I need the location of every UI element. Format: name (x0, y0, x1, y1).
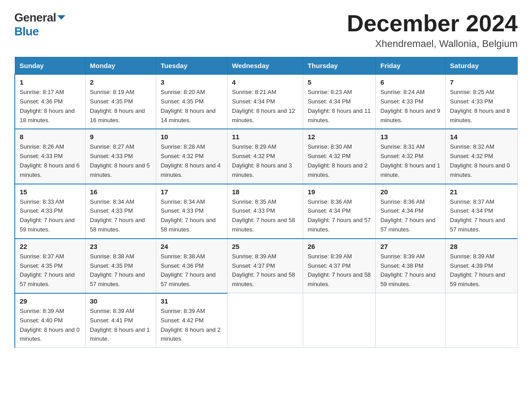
day-info: Sunrise: 8:26 AMSunset: 4:33 PMDaylight:… (20, 142, 81, 180)
header-cell-thursday: Thursday (303, 57, 375, 75)
calendar-cell: 23Sunrise: 8:38 AMSunset: 4:35 PMDayligh… (85, 239, 156, 293)
day-number: 10 (161, 133, 223, 141)
calendar-cell: 31Sunrise: 8:39 AMSunset: 4:42 PMDayligh… (156, 293, 227, 348)
title-section: December 2024 Xhendremael, Wallonia, Bel… (347, 11, 518, 50)
day-number: 22 (20, 243, 81, 250)
page-header: General Blue December 2024 Xhendremael, … (14, 11, 518, 50)
day-info: Sunrise: 8:39 AMSunset: 4:39 PMDaylight:… (450, 252, 513, 289)
day-info: Sunrise: 8:33 AMSunset: 4:33 PMDaylight:… (20, 197, 81, 235)
calendar-header: SundayMondayTuesdayWednesdayThursdayFrid… (15, 57, 518, 75)
calendar-cell: 3Sunrise: 8:20 AMSunset: 4:35 PMDaylight… (156, 74, 227, 129)
day-info: Sunrise: 8:32 AMSunset: 4:32 PMDaylight:… (450, 142, 513, 180)
day-info: Sunrise: 8:17 AMSunset: 4:36 PMDaylight:… (20, 88, 81, 125)
day-number: 18 (232, 188, 298, 196)
calendar-table: SundayMondayTuesdayWednesdayThursdayFrid… (14, 57, 518, 348)
day-info: Sunrise: 8:35 AMSunset: 4:33 PMDaylight:… (232, 197, 298, 235)
day-number: 1 (20, 78, 81, 86)
day-number: 28 (450, 243, 513, 250)
day-info: Sunrise: 8:31 AMSunset: 4:32 PMDaylight:… (380, 142, 440, 180)
calendar-cell: 29Sunrise: 8:39 AMSunset: 4:40 PMDayligh… (15, 293, 85, 348)
calendar-cell: 30Sunrise: 8:39 AMSunset: 4:41 PMDayligh… (85, 293, 156, 348)
day-number: 11 (232, 133, 298, 141)
calendar-cell (303, 293, 375, 348)
day-number: 7 (450, 78, 513, 86)
day-number: 29 (20, 297, 81, 305)
day-info: Sunrise: 8:25 AMSunset: 4:33 PMDaylight:… (450, 88, 513, 125)
day-number: 23 (90, 243, 151, 250)
day-info: Sunrise: 8:34 AMSunset: 4:33 PMDaylight:… (161, 197, 223, 235)
day-info: Sunrise: 8:39 AMSunset: 4:42 PMDaylight:… (161, 307, 223, 344)
day-info: Sunrise: 8:20 AMSunset: 4:35 PMDaylight:… (161, 88, 223, 125)
svg-marker-0 (57, 15, 65, 20)
header-cell-monday: Monday (85, 57, 156, 75)
calendar-cell: 13Sunrise: 8:31 AMSunset: 4:32 PMDayligh… (376, 129, 445, 184)
calendar-cell: 15Sunrise: 8:33 AMSunset: 4:33 PMDayligh… (15, 184, 85, 239)
calendar-cell: 11Sunrise: 8:29 AMSunset: 4:32 PMDayligh… (227, 129, 303, 184)
calendar-week-4: 22Sunrise: 8:37 AMSunset: 4:35 PMDayligh… (15, 239, 518, 293)
day-number: 21 (450, 188, 513, 196)
calendar-cell: 6Sunrise: 8:24 AMSunset: 4:33 PMDaylight… (376, 74, 445, 129)
calendar-cell: 16Sunrise: 8:34 AMSunset: 4:33 PMDayligh… (85, 184, 156, 239)
day-number: 12 (308, 133, 371, 141)
calendar-week-1: 1Sunrise: 8:17 AMSunset: 4:36 PMDaylight… (15, 74, 518, 129)
calendar-cell: 4Sunrise: 8:21 AMSunset: 4:34 PMDaylight… (227, 74, 303, 129)
calendar-cell: 8Sunrise: 8:26 AMSunset: 4:33 PMDaylight… (15, 129, 85, 184)
logo: General Blue (14, 11, 65, 39)
header-row: SundayMondayTuesdayWednesdayThursdayFrid… (15, 57, 518, 75)
calendar-cell: 1Sunrise: 8:17 AMSunset: 4:36 PMDaylight… (15, 74, 85, 129)
day-info: Sunrise: 8:38 AMSunset: 4:36 PMDaylight:… (161, 252, 223, 289)
header-cell-tuesday: Tuesday (156, 57, 227, 75)
day-number: 17 (161, 188, 223, 196)
calendar-cell (445, 293, 517, 348)
calendar-cell (227, 293, 303, 348)
day-number: 14 (450, 133, 513, 141)
day-number: 3 (161, 78, 223, 86)
month-title: December 2024 (347, 11, 518, 36)
calendar-cell: 9Sunrise: 8:27 AMSunset: 4:33 PMDaylight… (85, 129, 156, 184)
day-info: Sunrise: 8:39 AMSunset: 4:37 PMDaylight:… (232, 252, 298, 289)
day-info: Sunrise: 8:39 AMSunset: 4:40 PMDaylight:… (20, 307, 81, 344)
day-number: 5 (308, 78, 371, 86)
day-number: 25 (232, 243, 298, 250)
day-number: 4 (232, 78, 298, 86)
day-info: Sunrise: 8:39 AMSunset: 4:41 PMDaylight:… (90, 307, 151, 344)
day-info: Sunrise: 8:24 AMSunset: 4:33 PMDaylight:… (380, 88, 440, 125)
calendar-cell: 18Sunrise: 8:35 AMSunset: 4:33 PMDayligh… (227, 184, 303, 239)
calendar-cell: 10Sunrise: 8:28 AMSunset: 4:32 PMDayligh… (156, 129, 227, 184)
day-number: 9 (90, 133, 151, 141)
day-number: 8 (20, 133, 81, 141)
day-number: 26 (308, 243, 371, 250)
calendar-cell: 19Sunrise: 8:36 AMSunset: 4:34 PMDayligh… (303, 184, 375, 239)
day-number: 16 (90, 188, 151, 196)
day-number: 6 (380, 78, 440, 86)
header-cell-saturday: Saturday (445, 57, 517, 75)
calendar-body: 1Sunrise: 8:17 AMSunset: 4:36 PMDaylight… (15, 74, 518, 347)
day-info: Sunrise: 8:38 AMSunset: 4:35 PMDaylight:… (90, 252, 151, 289)
calendar-week-5: 29Sunrise: 8:39 AMSunset: 4:40 PMDayligh… (15, 293, 518, 348)
day-number: 30 (90, 297, 151, 305)
calendar-cell: 2Sunrise: 8:19 AMSunset: 4:35 PMDaylight… (85, 74, 156, 129)
day-number: 15 (20, 188, 81, 196)
day-info: Sunrise: 8:37 AMSunset: 4:35 PMDaylight:… (20, 252, 81, 289)
calendar-cell: 22Sunrise: 8:37 AMSunset: 4:35 PMDayligh… (15, 239, 85, 293)
calendar-cell (376, 293, 445, 348)
day-info: Sunrise: 8:28 AMSunset: 4:32 PMDaylight:… (161, 142, 223, 180)
day-number: 2 (90, 78, 151, 86)
calendar-cell: 24Sunrise: 8:38 AMSunset: 4:36 PMDayligh… (156, 239, 227, 293)
calendar-cell: 5Sunrise: 8:23 AMSunset: 4:34 PMDaylight… (303, 74, 375, 129)
day-number: 24 (161, 243, 223, 250)
calendar-cell: 26Sunrise: 8:39 AMSunset: 4:37 PMDayligh… (303, 239, 375, 293)
calendar-cell: 21Sunrise: 8:37 AMSunset: 4:34 PMDayligh… (445, 184, 517, 239)
day-number: 31 (161, 297, 223, 305)
day-info: Sunrise: 8:39 AMSunset: 4:37 PMDaylight:… (308, 252, 371, 289)
day-info: Sunrise: 8:30 AMSunset: 4:32 PMDaylight:… (308, 142, 371, 180)
day-info: Sunrise: 8:29 AMSunset: 4:32 PMDaylight:… (232, 142, 298, 180)
header-cell-sunday: Sunday (15, 57, 85, 75)
day-number: 20 (380, 188, 440, 196)
calendar-week-2: 8Sunrise: 8:26 AMSunset: 4:33 PMDaylight… (15, 129, 518, 184)
day-info: Sunrise: 8:37 AMSunset: 4:34 PMDaylight:… (450, 197, 513, 235)
day-info: Sunrise: 8:19 AMSunset: 4:35 PMDaylight:… (90, 88, 151, 125)
calendar-cell: 28Sunrise: 8:39 AMSunset: 4:39 PMDayligh… (445, 239, 517, 293)
day-number: 27 (380, 243, 440, 250)
day-info: Sunrise: 8:34 AMSunset: 4:33 PMDaylight:… (90, 197, 151, 235)
